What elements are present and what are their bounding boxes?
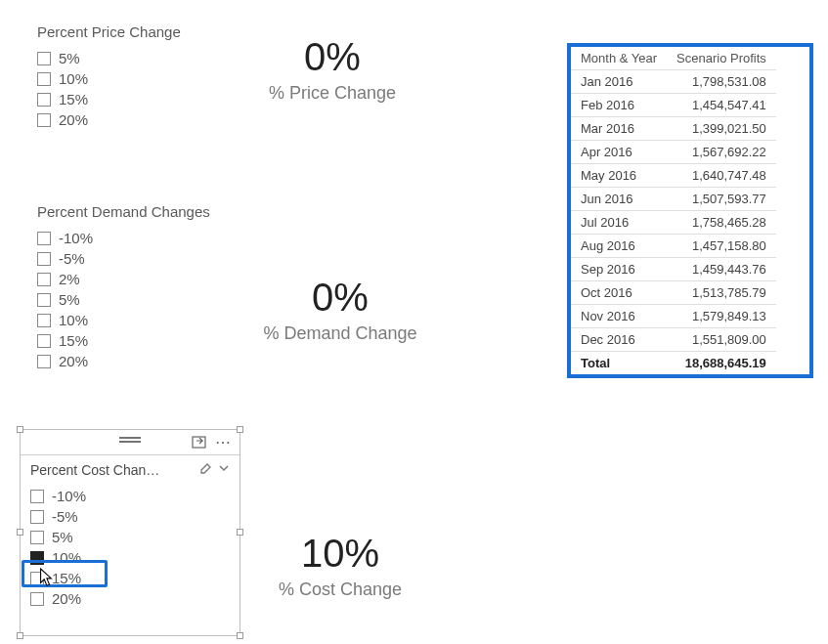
table-row[interactable]: May 20161,640,747.48 [571,164,776,188]
checkbox-icon[interactable] [37,293,51,307]
slicer-item[interactable]: 10% [37,310,210,330]
slicer-item-label: -5% [52,508,78,525]
table-cell-profit: 1,459,443.76 [667,258,776,281]
slicer-item[interactable]: 2% [37,269,210,289]
profits-table[interactable]: Month & Year Scenario Profits Jan 20161,… [571,47,776,374]
table-header-profit[interactable]: Scenario Profits [667,47,776,70]
checkbox-icon[interactable] [37,273,51,286]
checkbox-icon[interactable] [30,510,44,524]
table-header-month[interactable]: Month & Year [571,47,667,70]
slicer-item[interactable]: 15% [37,89,181,109]
slicer-item-label: 5% [59,50,80,66]
kpi-demand: 0% % Demand Change [233,276,448,344]
checkbox-icon[interactable] [37,252,51,266]
svg-rect-0 [193,437,205,448]
checkbox-icon[interactable] [30,592,44,606]
drag-grip-icon[interactable] [119,437,141,443]
slicer-item[interactable]: 15% [37,330,210,351]
kpi-price-label: % Price Change [244,83,420,104]
checkbox-icon[interactable] [37,52,51,65]
checkbox-icon[interactable] [37,334,51,348]
more-options-icon[interactable]: ⋯ [216,436,232,450]
slicer-item[interactable]: 5% [37,48,181,68]
table-cell-month: Jun 2016 [571,188,667,211]
table-cell-month: Oct 2016 [571,281,667,305]
checkbox-icon[interactable] [37,314,51,327]
table-cell-profit: 1,579,849.13 [667,305,776,328]
table-cell-profit: 1,551,809.00 [667,328,776,352]
slicer-item[interactable]: -10% [30,486,230,506]
chevron-down-icon[interactable] [218,462,230,477]
table-cell-month: Jul 2016 [571,211,667,235]
checkbox-icon[interactable] [37,355,51,368]
checkbox-icon[interactable] [30,531,44,544]
table-row[interactable]: Dec 20161,551,809.00 [571,328,776,352]
table-cell-month: Jan 2016 [571,70,667,94]
checkbox-icon[interactable] [30,490,44,503]
slicer-item[interactable]: 15% [30,568,230,588]
table-cell-profit: 1,507,593.77 [667,188,776,211]
slicer-item[interactable]: -10% [37,228,210,248]
slicer-item[interactable]: 5% [37,289,210,310]
clear-selection-icon[interactable] [198,461,212,478]
checkbox-icon[interactable] [37,113,51,127]
slicer-item-label: 15% [52,570,81,586]
slicer-item-label: 10% [59,312,88,328]
slicer-item[interactable]: 5% [30,527,230,547]
slicer-price: Percent Price Change 5%10%15%20% [37,23,181,130]
slicer-item[interactable]: -5% [37,248,210,269]
kpi-demand-value: 0% [233,276,448,320]
table-cell-profit: 1,640,747.48 [667,164,776,188]
checkbox-icon[interactable] [30,551,44,565]
focus-mode-icon[interactable] [191,436,206,450]
slicer-item[interactable]: 20% [37,351,210,371]
table-row[interactable]: Nov 20161,579,849.13 [571,305,776,328]
table-row[interactable]: Jun 20161,507,593.77 [571,188,776,211]
checkbox-icon[interactable] [37,93,51,107]
slicer-item-label: -10% [59,230,93,246]
slicer-item-label: 20% [52,590,81,607]
table-total-label: Total [571,352,667,375]
visual-header: ⋯ [21,430,240,455]
slicer-cost-visual[interactable]: ⋯ Percent Cost Chan… -10%-5%5%10%15%20% [20,429,240,636]
checkbox-icon[interactable] [37,232,51,245]
table-cell-profit: 1,567,692.22 [667,141,776,164]
checkbox-icon[interactable] [37,72,51,86]
slicer-item[interactable]: 10% [30,547,230,568]
slicer-cost-items: -10%-5%5%10%15%20% [21,484,240,617]
table-cell-month: Aug 2016 [571,235,667,258]
slicer-item-label: 5% [59,291,80,308]
table-row[interactable]: Oct 20161,513,785.79 [571,281,776,305]
table-cell-profit: 1,758,465.28 [667,211,776,235]
slicer-item-label: 15% [59,91,88,107]
slicer-item[interactable]: -5% [30,506,230,527]
table-cell-profit: 1,457,158.80 [667,235,776,258]
slicer-item[interactable]: 20% [30,588,230,609]
slicer-item-label: 10% [59,70,88,87]
slicer-item-label: 20% [59,111,88,128]
table-total-value: 18,688,645.19 [667,352,776,375]
table-row[interactable]: Sep 20161,459,443.76 [571,258,776,281]
slicer-demand-title: Percent Demand Changes [37,203,210,220]
table-cell-month: Mar 2016 [571,117,667,141]
checkbox-icon[interactable] [30,572,44,585]
table-row[interactable]: Jul 20161,758,465.28 [571,211,776,235]
slicer-cost-title: Percent Cost Chan… [30,462,193,478]
table-row[interactable]: Aug 20161,457,158.80 [571,235,776,258]
slicer-cost-titlebar: Percent Cost Chan… [21,455,240,484]
slicer-item-label: 15% [59,332,88,349]
slicer-item[interactable]: 20% [37,109,181,130]
slicer-item[interactable]: 10% [37,68,181,89]
slicer-demand-items: -10%-5%2%5%10%15%20% [37,228,210,371]
slicer-item-label: 2% [59,271,80,287]
slicer-item-label: -5% [59,250,85,267]
scenario-profits-table: Month & Year Scenario Profits Jan 20161,… [567,43,813,378]
table-row[interactable]: Jan 20161,798,531.08 [571,70,776,94]
slicer-price-title: Percent Price Change [37,23,181,40]
table-cell-profit: 1,798,531.08 [667,70,776,94]
slicer-item-label: -10% [52,488,86,504]
table-row[interactable]: Mar 20161,399,021.50 [571,117,776,141]
table-cell-month: Sep 2016 [571,258,667,281]
table-row[interactable]: Feb 20161,454,547.41 [571,94,776,117]
table-row[interactable]: Apr 20161,567,692.22 [571,141,776,164]
